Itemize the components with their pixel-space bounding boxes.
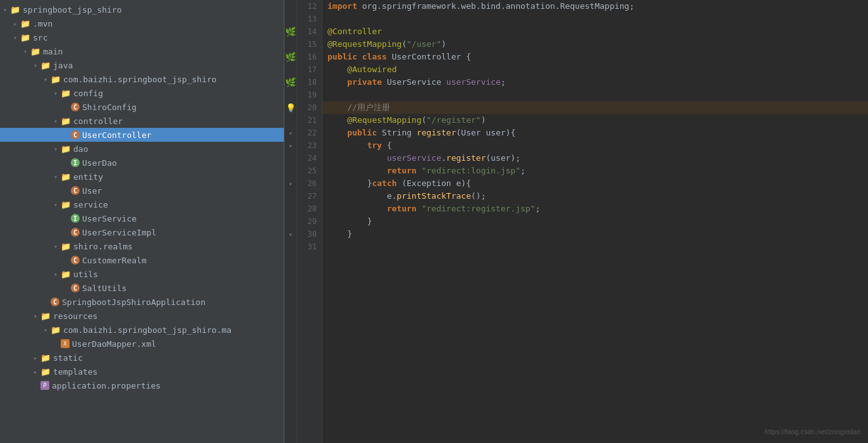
gutter-cell-21 [284,114,296,127]
tree-icon-springboot_jsp_shiro: 📁 [10,4,20,15]
gutter-cell-22: ▾ [284,127,296,139]
tree-label-SpringbootJspShiroApplication: SpringbootJspShiroApplication [62,297,279,307]
tree-item-SpringbootJspShiroApplication[interactable]: CSpringbootJspShiroApplication [0,295,284,309]
tree-item-utils[interactable]: 📁utils [0,267,284,281]
tree-icon-shiro_realms: 📁 [61,241,71,251]
tree-label-dao: dao [73,144,279,154]
tree-icon-static: 📁 [40,353,51,363]
tree-arrow-static [30,354,40,361]
code-line-23: try { [322,139,868,152]
tree-arrow-config [51,90,61,97]
tree-item-ShiroConfig[interactable]: CShiroConfig [0,100,284,114]
tree-item-resources[interactable]: 📁resources [0,309,284,323]
line-num-19: 19 [302,89,317,101]
gutter-cell-25 [284,165,296,177]
tree-item-CustomerRealm[interactable]: CCustomerRealm [0,253,284,267]
tree-arrow-java [30,62,40,69]
tree-icon-mvn: 📁 [20,18,30,28]
tree-label-UserService: UserService [82,214,279,223]
gutter-cell-13 [284,13,296,25]
tree-label-UserServiceImpl: UserServiceImpl [82,228,279,237]
tree-label-controller: controller [73,116,279,126]
tree-item-static[interactable]: 📁static [0,351,284,365]
line-numbers: 1213141516171819202122232425262728293031 [297,0,322,443]
line-num-20: 20 [302,101,317,114]
tree-item-config[interactable]: 📁config [0,86,284,100]
gutter-cell-16: 🌿 [284,51,296,63]
tree-label-springboot_jsp_shiro: springboot_jsp_shiro [23,5,279,15]
tree-item-entity[interactable]: 📁entity [0,170,284,184]
gutter-cell-30: ▾ [284,228,296,240]
tree-icon-UserDao: I [71,158,80,167]
tree-arrow-entity [51,173,61,180]
tree-icon-ShiroConfig: C [71,103,80,111]
gutter-cell-27 [284,190,296,203]
tree-item-templates[interactable]: 📁templates [0,365,284,378]
tree-icon-SaltUtils: C [71,284,80,292]
tree-label-src: src [33,33,279,42]
tree-item-UserController[interactable]: CUserController [0,128,284,142]
line-num-14: 14 [302,25,317,38]
line-num-12: 12 [302,0,317,13]
tree-label-java: java [53,61,279,70]
tree-label-config: config [73,89,279,98]
tree-arrow-templates [30,368,40,375]
tree-item-UserDao[interactable]: IUserDao [0,156,284,170]
tree-item-shiro_realms[interactable]: 📁shiro.realms [0,239,284,253]
tree-label-CustomerRealm: CustomerRealm [82,256,279,265]
tree-label-UserDao: UserDao [82,158,279,168]
tree-icon-dao: 📁 [61,144,71,154]
tree-item-main[interactable]: 📁main [0,44,284,58]
tree-item-UserServiceImpl[interactable]: CUserServiceImpl [0,225,284,239]
tree-item-service[interactable]: 📁service [0,197,284,211]
tree-label-templates: templates [53,367,279,377]
line-num-17: 17 [302,63,317,76]
gutter-cell-18: 🌿 [284,76,296,89]
tree-item-mvn[interactable]: 📁.mvn [0,16,284,30]
tree-label-ShiroConfig: ShiroConfig [82,103,279,112]
line-num-29: 29 [302,215,317,228]
tree-item-SaltUtils[interactable]: CSaltUtils [0,281,284,295]
tree-item-springboot_jsp_shiro[interactable]: 📁springboot_jsp_shiro [0,3,284,16]
tree-item-controller[interactable]: 📁controller [0,114,284,128]
tree-item-application_properties[interactable]: Papplication.properties [0,378,284,392]
code-line-30: } [322,228,868,240]
tree-item-dao[interactable]: 📁dao [0,142,284,156]
tree-arrow-shiro_realms [51,243,61,250]
tree-label-UserController: UserController [82,130,279,140]
code-line-26: }catch (Exception e){ [322,177,868,190]
editor-gutter: 🌿🌿🌿💡▾▾▾▾ [284,0,297,443]
code-line-20: //用户注册 [322,101,868,114]
tree-item-com_baizhi_ma[interactable]: 📁com.baizhi.springboot_jsp_shiro.ma [0,323,284,337]
tree-label-SaltUtils: SaltUtils [82,284,279,293]
code-line-28: return "redirect:register.jsp"; [322,203,868,215]
tree-icon-entity: 📁 [61,172,71,182]
tree-arrow-com_baizhi_ma [40,327,51,334]
tree-item-src[interactable]: 📁src [0,30,284,44]
line-num-18: 18 [302,76,317,89]
code-line-18: private UserService userService; [322,76,868,89]
code-line-27: e.printStackTrace(); [322,190,868,203]
tree-label-com_baizhi_ma: com.baizhi.springboot_jsp_shiro.ma [63,325,279,335]
tree-icon-resources: 📁 [40,311,51,321]
tree-label-shiro_realms: shiro.realms [73,242,279,251]
code-content: import org.springframework.web.bind.anno… [322,0,868,443]
line-num-27: 27 [302,190,317,203]
tree-label-utils: utils [73,270,279,279]
tree-item-com_baizhi[interactable]: 📁com.baizhi.springboot_jsp_shiro [0,72,284,86]
tree-label-mvn: .mvn [33,19,279,28]
tree-item-User[interactable]: CUser [0,184,284,197]
watermark: https://blog.csdn.net/zongxidao [764,428,860,435]
tree-arrow-dao [51,146,61,153]
tree-icon-application_properties: P [40,381,49,390]
tree-item-java[interactable]: 📁java [0,58,284,72]
code-line-16: public class UserController { [322,51,868,63]
tree-icon-com_baizhi_ma: 📁 [51,325,61,335]
tree-arrow-service [51,201,61,208]
file-tree[interactable]: 📁springboot_jsp_shiro📁.mvn📁src📁main📁java… [0,0,284,443]
code-line-31 [322,240,868,253]
tree-item-UserService[interactable]: IUserService [0,211,284,225]
tree-item-UserDaoMapper[interactable]: XUserDaoMapper.xml [0,337,284,351]
gutter-cell-12 [284,0,296,13]
tree-label-service: service [73,200,279,209]
